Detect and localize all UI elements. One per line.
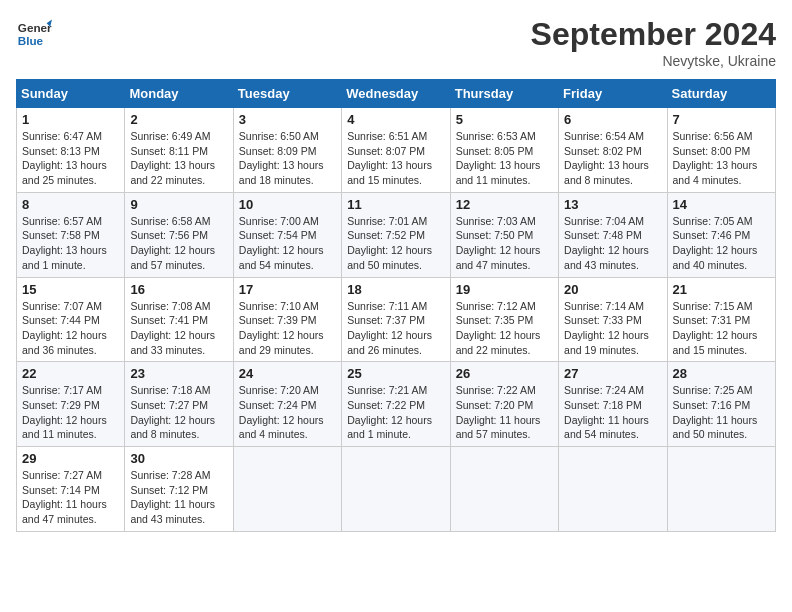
day-number: 29 xyxy=(22,451,119,466)
day-info: Sunrise: 7:11 AMSunset: 7:37 PMDaylight:… xyxy=(347,299,444,358)
day-number: 4 xyxy=(347,112,444,127)
day-info: Sunrise: 7:24 AMSunset: 7:18 PMDaylight:… xyxy=(564,383,661,442)
col-monday: Monday xyxy=(125,80,233,108)
day-number: 6 xyxy=(564,112,661,127)
calendar-cell: 18Sunrise: 7:11 AMSunset: 7:37 PMDayligh… xyxy=(342,277,450,362)
day-info: Sunrise: 7:21 AMSunset: 7:22 PMDaylight:… xyxy=(347,383,444,442)
day-number: 23 xyxy=(130,366,227,381)
calendar-cell: 27Sunrise: 7:24 AMSunset: 7:18 PMDayligh… xyxy=(559,362,667,447)
calendar-cell xyxy=(342,447,450,532)
day-number: 28 xyxy=(673,366,770,381)
calendar-cell: 29Sunrise: 7:27 AMSunset: 7:14 PMDayligh… xyxy=(17,447,125,532)
day-info: Sunrise: 7:18 AMSunset: 7:27 PMDaylight:… xyxy=(130,383,227,442)
day-number: 16 xyxy=(130,282,227,297)
day-number: 8 xyxy=(22,197,119,212)
col-sunday: Sunday xyxy=(17,80,125,108)
calendar-cell: 15Sunrise: 7:07 AMSunset: 7:44 PMDayligh… xyxy=(17,277,125,362)
col-wednesday: Wednesday xyxy=(342,80,450,108)
calendar-cell: 26Sunrise: 7:22 AMSunset: 7:20 PMDayligh… xyxy=(450,362,558,447)
day-info: Sunrise: 7:03 AMSunset: 7:50 PMDaylight:… xyxy=(456,214,553,273)
col-tuesday: Tuesday xyxy=(233,80,341,108)
day-number: 20 xyxy=(564,282,661,297)
day-info: Sunrise: 6:51 AMSunset: 8:07 PMDaylight:… xyxy=(347,129,444,188)
day-info: Sunrise: 6:57 AMSunset: 7:58 PMDaylight:… xyxy=(22,214,119,273)
day-number: 2 xyxy=(130,112,227,127)
calendar-cell: 3Sunrise: 6:50 AMSunset: 8:09 PMDaylight… xyxy=(233,108,341,193)
day-info: Sunrise: 7:12 AMSunset: 7:35 PMDaylight:… xyxy=(456,299,553,358)
day-number: 25 xyxy=(347,366,444,381)
calendar-cell: 30Sunrise: 7:28 AMSunset: 7:12 PMDayligh… xyxy=(125,447,233,532)
day-info: Sunrise: 7:10 AMSunset: 7:39 PMDaylight:… xyxy=(239,299,336,358)
calendar-cell: 14Sunrise: 7:05 AMSunset: 7:46 PMDayligh… xyxy=(667,192,775,277)
calendar-cell xyxy=(233,447,341,532)
day-number: 17 xyxy=(239,282,336,297)
day-number: 11 xyxy=(347,197,444,212)
day-number: 27 xyxy=(564,366,661,381)
calendar-cell: 2Sunrise: 6:49 AMSunset: 8:11 PMDaylight… xyxy=(125,108,233,193)
calendar-table: Sunday Monday Tuesday Wednesday Thursday… xyxy=(16,79,776,532)
day-info: Sunrise: 7:04 AMSunset: 7:48 PMDaylight:… xyxy=(564,214,661,273)
day-number: 13 xyxy=(564,197,661,212)
day-number: 1 xyxy=(22,112,119,127)
col-saturday: Saturday xyxy=(667,80,775,108)
calendar-cell: 21Sunrise: 7:15 AMSunset: 7:31 PMDayligh… xyxy=(667,277,775,362)
calendar-cell: 10Sunrise: 7:00 AMSunset: 7:54 PMDayligh… xyxy=(233,192,341,277)
calendar-cell: 7Sunrise: 6:56 AMSunset: 8:00 PMDaylight… xyxy=(667,108,775,193)
day-info: Sunrise: 7:22 AMSunset: 7:20 PMDaylight:… xyxy=(456,383,553,442)
day-info: Sunrise: 7:00 AMSunset: 7:54 PMDaylight:… xyxy=(239,214,336,273)
calendar-cell: 6Sunrise: 6:54 AMSunset: 8:02 PMDaylight… xyxy=(559,108,667,193)
day-number: 30 xyxy=(130,451,227,466)
day-info: Sunrise: 7:01 AMSunset: 7:52 PMDaylight:… xyxy=(347,214,444,273)
svg-text:Blue: Blue xyxy=(18,34,44,47)
day-number: 12 xyxy=(456,197,553,212)
page-header: General Blue September 2024 Nevytske, Uk… xyxy=(16,16,776,69)
calendar-cell: 17Sunrise: 7:10 AMSunset: 7:39 PMDayligh… xyxy=(233,277,341,362)
day-info: Sunrise: 6:54 AMSunset: 8:02 PMDaylight:… xyxy=(564,129,661,188)
week-row-5: 29Sunrise: 7:27 AMSunset: 7:14 PMDayligh… xyxy=(17,447,776,532)
day-info: Sunrise: 7:25 AMSunset: 7:16 PMDaylight:… xyxy=(673,383,770,442)
col-thursday: Thursday xyxy=(450,80,558,108)
calendar-cell: 28Sunrise: 7:25 AMSunset: 7:16 PMDayligh… xyxy=(667,362,775,447)
day-number: 19 xyxy=(456,282,553,297)
calendar-cell: 8Sunrise: 6:57 AMSunset: 7:58 PMDaylight… xyxy=(17,192,125,277)
day-info: Sunrise: 6:47 AMSunset: 8:13 PMDaylight:… xyxy=(22,129,119,188)
day-number: 9 xyxy=(130,197,227,212)
day-number: 14 xyxy=(673,197,770,212)
day-number: 15 xyxy=(22,282,119,297)
month-title: September 2024 xyxy=(531,16,776,53)
calendar-cell xyxy=(667,447,775,532)
calendar-cell xyxy=(450,447,558,532)
calendar-cell: 20Sunrise: 7:14 AMSunset: 7:33 PMDayligh… xyxy=(559,277,667,362)
header-row: Sunday Monday Tuesday Wednesday Thursday… xyxy=(17,80,776,108)
day-info: Sunrise: 7:27 AMSunset: 7:14 PMDaylight:… xyxy=(22,468,119,527)
col-friday: Friday xyxy=(559,80,667,108)
day-number: 5 xyxy=(456,112,553,127)
logo: General Blue xyxy=(16,16,52,52)
calendar-cell: 24Sunrise: 7:20 AMSunset: 7:24 PMDayligh… xyxy=(233,362,341,447)
logo-icon: General Blue xyxy=(16,16,52,52)
day-info: Sunrise: 7:28 AMSunset: 7:12 PMDaylight:… xyxy=(130,468,227,527)
day-info: Sunrise: 6:58 AMSunset: 7:56 PMDaylight:… xyxy=(130,214,227,273)
day-info: Sunrise: 7:17 AMSunset: 7:29 PMDaylight:… xyxy=(22,383,119,442)
calendar-cell: 12Sunrise: 7:03 AMSunset: 7:50 PMDayligh… xyxy=(450,192,558,277)
day-info: Sunrise: 7:20 AMSunset: 7:24 PMDaylight:… xyxy=(239,383,336,442)
day-info: Sunrise: 7:05 AMSunset: 7:46 PMDaylight:… xyxy=(673,214,770,273)
location-subtitle: Nevytske, Ukraine xyxy=(531,53,776,69)
day-number: 10 xyxy=(239,197,336,212)
calendar-cell: 19Sunrise: 7:12 AMSunset: 7:35 PMDayligh… xyxy=(450,277,558,362)
calendar-cell xyxy=(559,447,667,532)
week-row-2: 8Sunrise: 6:57 AMSunset: 7:58 PMDaylight… xyxy=(17,192,776,277)
calendar-cell: 25Sunrise: 7:21 AMSunset: 7:22 PMDayligh… xyxy=(342,362,450,447)
day-info: Sunrise: 6:56 AMSunset: 8:00 PMDaylight:… xyxy=(673,129,770,188)
day-info: Sunrise: 7:08 AMSunset: 7:41 PMDaylight:… xyxy=(130,299,227,358)
day-info: Sunrise: 6:53 AMSunset: 8:05 PMDaylight:… xyxy=(456,129,553,188)
calendar-cell: 23Sunrise: 7:18 AMSunset: 7:27 PMDayligh… xyxy=(125,362,233,447)
week-row-3: 15Sunrise: 7:07 AMSunset: 7:44 PMDayligh… xyxy=(17,277,776,362)
day-number: 22 xyxy=(22,366,119,381)
day-info: Sunrise: 7:14 AMSunset: 7:33 PMDaylight:… xyxy=(564,299,661,358)
day-info: Sunrise: 7:07 AMSunset: 7:44 PMDaylight:… xyxy=(22,299,119,358)
calendar-cell: 5Sunrise: 6:53 AMSunset: 8:05 PMDaylight… xyxy=(450,108,558,193)
day-number: 21 xyxy=(673,282,770,297)
calendar-cell: 11Sunrise: 7:01 AMSunset: 7:52 PMDayligh… xyxy=(342,192,450,277)
calendar-cell: 16Sunrise: 7:08 AMSunset: 7:41 PMDayligh… xyxy=(125,277,233,362)
